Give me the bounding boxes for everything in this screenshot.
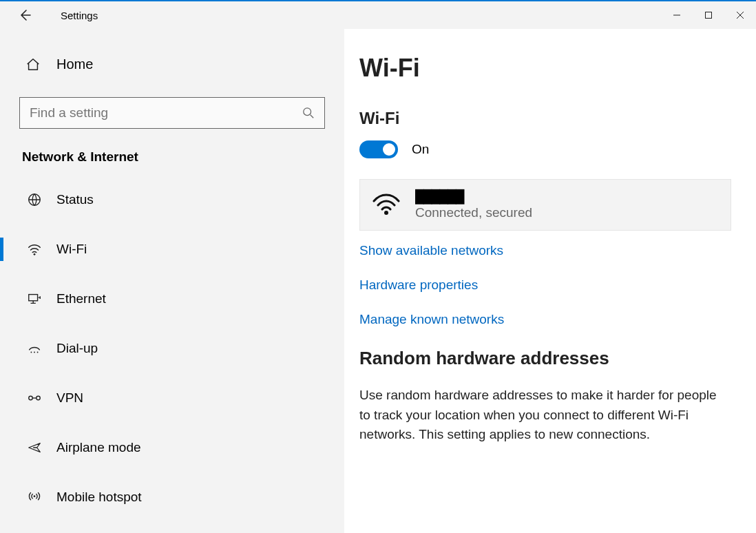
globe-icon <box>26 192 43 207</box>
hotspot-icon <box>26 490 43 505</box>
wifi-signal-icon <box>372 191 400 219</box>
minimize-icon <box>673 11 681 19</box>
sidebar-item-vpn[interactable]: VPN <box>19 379 325 417</box>
wifi-subheading: Wi-Fi <box>359 109 731 128</box>
search-input[interactable] <box>30 105 302 121</box>
svg-point-6 <box>34 352 35 353</box>
sidebar-item-label: Status <box>56 192 94 207</box>
svg-point-3 <box>34 253 36 255</box>
sidebar-item-airplane[interactable]: Airplane mode <box>19 429 325 466</box>
sidebar-item-label: Ethernet <box>56 291 106 306</box>
svg-point-10 <box>34 495 36 497</box>
dialup-icon <box>26 341 43 356</box>
home-label: Home <box>56 56 93 72</box>
wifi-icon <box>26 242 43 257</box>
hardware-properties-link[interactable]: Hardware properties <box>359 278 731 293</box>
section-header: Network & Internet <box>19 149 325 165</box>
svg-point-8 <box>29 396 33 400</box>
window-title: Settings <box>61 10 98 21</box>
titlebar: Settings <box>0 1 756 29</box>
wifi-toggle-label: On <box>412 142 429 157</box>
vpn-icon <box>26 390 43 406</box>
maximize-button[interactable] <box>693 1 724 29</box>
network-name: ██████ <box>415 189 532 204</box>
content-area: Wi-Fi Wi-Fi On ██████ Connected, secured… <box>344 29 756 533</box>
sidebar-item-status[interactable]: Status <box>19 181 325 218</box>
svg-rect-4 <box>29 295 38 301</box>
arrow-left-icon <box>18 8 32 22</box>
close-button[interactable] <box>724 1 756 29</box>
home-button[interactable]: Home <box>19 50 325 79</box>
sidebar-item-ethernet[interactable]: Ethernet <box>19 280 325 317</box>
svg-point-9 <box>36 396 41 400</box>
svg-rect-0 <box>706 12 712 19</box>
random-hw-heading: Random hardware addresses <box>359 348 731 369</box>
ethernet-icon <box>26 291 43 306</box>
sidebar-item-label: Dial-up <box>56 341 98 356</box>
manage-known-networks-link[interactable]: Manage known networks <box>359 312 731 327</box>
sidebar-item-wifi[interactable]: Wi-Fi <box>19 231 325 268</box>
sidebar-item-label: VPN <box>56 390 83 406</box>
svg-point-5 <box>31 352 32 353</box>
sidebar-item-dialup[interactable]: Dial-up <box>19 330 325 367</box>
search-box[interactable] <box>19 97 325 129</box>
svg-point-7 <box>37 352 39 353</box>
svg-point-1 <box>304 108 311 116</box>
sidebar-item-hotspot[interactable]: Mobile hotspot <box>19 479 325 516</box>
home-icon <box>25 57 41 72</box>
sidebar-item-label: Airplane mode <box>56 440 141 455</box>
maximize-icon <box>704 11 713 19</box>
random-hw-description: Use random hardware addresses to make it… <box>359 386 717 445</box>
wifi-toggle[interactable] <box>359 140 398 158</box>
network-status: Connected, secured <box>415 205 532 220</box>
sidebar-item-label: Wi-Fi <box>56 242 87 257</box>
window-controls <box>661 1 756 29</box>
minimize-button[interactable] <box>661 1 693 29</box>
sidebar: Home Network & Internet Status Wi-Fi Eth… <box>0 29 344 533</box>
close-icon <box>736 11 744 19</box>
wifi-toggle-row: On <box>359 140 731 158</box>
airplane-icon <box>26 440 43 455</box>
svg-point-11 <box>384 211 388 215</box>
show-available-networks-link[interactable]: Show available networks <box>359 243 731 258</box>
sidebar-item-label: Mobile hotspot <box>56 490 142 505</box>
page-title: Wi-Fi <box>359 54 731 83</box>
current-network-card[interactable]: ██████ Connected, secured <box>359 179 731 231</box>
back-button[interactable] <box>17 7 33 23</box>
search-icon <box>302 107 315 119</box>
